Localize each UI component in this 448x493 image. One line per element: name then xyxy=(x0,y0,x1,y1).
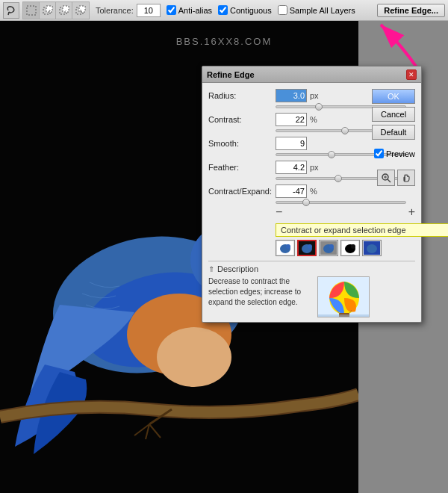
contract-expand-slider-container xyxy=(208,201,415,204)
dialog-buttons: OK Cancel Default xyxy=(372,89,415,140)
svg-point-39 xyxy=(367,244,377,253)
svg-text:+: + xyxy=(49,8,52,13)
default-button[interactable]: Default xyxy=(372,125,415,140)
new-selection-btn[interactable] xyxy=(23,2,40,19)
zoom-tool-icon[interactable] xyxy=(377,170,395,186)
contrast-label: Contrast: xyxy=(208,115,276,124)
feather-label: Feather: xyxy=(208,163,276,172)
svg-line-0 xyxy=(8,12,9,15)
description-section: ⇑ Description Decrease to contract the s… xyxy=(208,261,415,317)
contrast-unit: % xyxy=(310,115,317,124)
subtract-selection-btn[interactable]: - xyxy=(56,2,72,19)
radius-input[interactable] xyxy=(276,89,307,102)
anti-alias-checkbox[interactable] xyxy=(167,5,176,15)
svg-point-34 xyxy=(329,244,334,249)
contract-expand-row: Contract/Expand: % xyxy=(208,185,415,198)
tooltip: Contract or expand selection edge xyxy=(276,223,448,237)
contiguous-group: Contiguous xyxy=(218,5,272,15)
description-content: Decrease to contract the selection edges… xyxy=(208,276,415,317)
svg-text:-: - xyxy=(65,8,66,13)
refine-edge-button[interactable]: Refine Edge... xyxy=(377,4,445,17)
feather-unit: px xyxy=(310,163,319,172)
contract-expand-slider-track[interactable] xyxy=(276,201,406,204)
smooth-input[interactable] xyxy=(276,137,307,150)
sample-all-layers-checkbox[interactable] xyxy=(278,5,287,15)
view-icons-row xyxy=(276,240,415,256)
mode-buttons: + - x xyxy=(22,1,90,19)
dialog-tool-icons xyxy=(377,170,415,186)
sample-all-layers-group: Sample All Layers xyxy=(278,5,355,15)
dialog-title: Refine Edge xyxy=(207,70,255,79)
contract-expand-label: Contract/Expand: xyxy=(208,187,276,196)
hand-tool-icon[interactable] xyxy=(397,170,415,186)
lasso-tool-icon[interactable] xyxy=(3,2,19,19)
tolerance-input[interactable] xyxy=(137,4,161,17)
sample-all-layers-label: Sample All Layers xyxy=(290,6,355,15)
watermark: BBS.16XX8.COM xyxy=(176,36,273,47)
view-icon-original[interactable] xyxy=(362,240,382,256)
add-selection-btn[interactable]: + xyxy=(40,2,56,19)
feather-slider-thumb[interactable] xyxy=(335,175,342,182)
contract-expand-input[interactable] xyxy=(276,185,307,198)
preview-checkbox[interactable] xyxy=(374,149,384,158)
plus-icon[interactable]: + xyxy=(408,205,415,219)
anti-alias-group: Anti-alias xyxy=(167,5,212,15)
smooth-slider-thumb[interactable] xyxy=(328,151,335,158)
feather-input[interactable] xyxy=(276,161,307,174)
contract-expand-slider-thumb[interactable] xyxy=(302,199,310,206)
svg-line-47 xyxy=(388,179,391,182)
minus-icon[interactable]: − xyxy=(276,205,282,219)
description-thumbnail xyxy=(317,276,370,317)
cancel-button[interactable]: Cancel xyxy=(372,107,415,122)
view-icon-black[interactable] xyxy=(297,240,317,256)
svg-point-31 xyxy=(308,244,312,249)
canvas-area: BBS.16XX8.COM Refine Edge ✕ Radius: px xyxy=(0,21,448,493)
svg-rect-45 xyxy=(318,314,370,317)
radius-label: Radius: xyxy=(208,91,276,100)
description-title: Description xyxy=(217,264,258,273)
radius-slider-thumb[interactable] xyxy=(315,103,323,111)
minus-plus-row: − + xyxy=(276,205,415,219)
anti-alias-label: Anti-alias xyxy=(178,6,212,15)
preview-label: Preview xyxy=(386,149,415,158)
intersect-selection-btn[interactable]: x xyxy=(72,2,89,19)
svg-point-37 xyxy=(351,244,355,249)
contrast-input[interactable] xyxy=(276,113,307,126)
svg-point-28 xyxy=(286,244,290,249)
contract-expand-unit: % xyxy=(310,187,317,196)
svg-rect-1 xyxy=(27,6,36,15)
dialog-titlebar: Refine Edge ✕ xyxy=(202,66,421,83)
view-icon-white[interactable] xyxy=(276,240,295,256)
refine-edge-dialog: Refine Edge ✕ Radius: px Contrast: % xyxy=(202,66,422,323)
svg-point-15 xyxy=(157,327,231,387)
radius-unit: px xyxy=(310,91,319,100)
contiguous-checkbox[interactable] xyxy=(218,5,228,15)
tolerance-label: Tolerance: xyxy=(96,6,134,15)
view-icon-mask[interactable] xyxy=(340,240,360,256)
description-header: ⇑ Description xyxy=(208,264,415,273)
contiguous-label: Contiguous xyxy=(230,6,272,15)
ok-button[interactable]: OK xyxy=(372,89,415,104)
dialog-close-button[interactable]: ✕ xyxy=(406,69,417,80)
toolbar: + - x Tolerance: Anti-alias Contiguous S… xyxy=(0,0,448,21)
smooth-label: Smooth: xyxy=(208,139,276,148)
view-icon-gray[interactable] xyxy=(319,240,338,256)
description-chevron-icon[interactable]: ⇑ xyxy=(208,265,214,273)
description-text: Decrease to contract the selection edges… xyxy=(208,276,313,317)
contrast-slider-thumb[interactable] xyxy=(341,127,349,134)
preview-row: Preview xyxy=(374,149,415,158)
